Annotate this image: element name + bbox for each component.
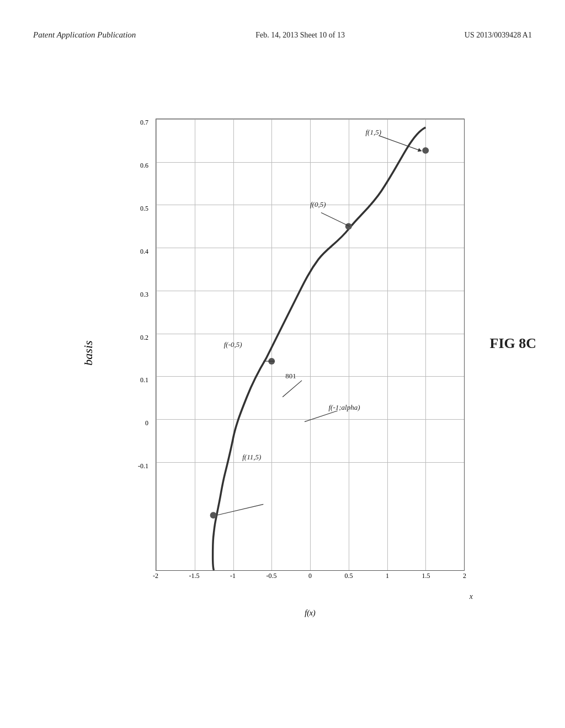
figure-label: FIG 8C bbox=[490, 335, 537, 352]
header-left: Patent Application Publication bbox=[33, 30, 136, 40]
label-fneg05: f(-0,5) bbox=[224, 340, 242, 349]
y-tick-07: 0.7 bbox=[140, 119, 148, 127]
y-tick-00: 0 bbox=[145, 419, 148, 427]
y-tick-neg01: -0.1 bbox=[138, 462, 148, 470]
y-tick-04: 0.4 bbox=[140, 248, 148, 256]
x-tick-0: 0 bbox=[308, 572, 312, 580]
header-right: US 2013/0039428 A1 bbox=[465, 31, 532, 40]
dot-f05 bbox=[345, 223, 352, 230]
grid-v-8 bbox=[464, 119, 465, 570]
y-tick-05: 0.5 bbox=[140, 205, 148, 213]
x-tick-neg2: -2 bbox=[153, 572, 158, 580]
y-tick-03: 0.3 bbox=[140, 291, 148, 299]
x-axis-ticks: -2 -1.5 -1 -0.5 0 0.5 1 1.5 2 bbox=[156, 572, 465, 587]
dot-fneg05 bbox=[268, 358, 275, 365]
grid-h-9 bbox=[156, 570, 464, 571]
dot-f15 bbox=[422, 147, 429, 154]
label-801: 801 bbox=[285, 372, 296, 381]
y-values-label: f(x) bbox=[156, 609, 465, 618]
label-f05: f(0,5) bbox=[310, 200, 326, 209]
header: Patent Application Publication Feb. 14, … bbox=[33, 30, 532, 40]
x-tick-neg05: -0.5 bbox=[266, 572, 277, 580]
x-tick-15: 1.5 bbox=[422, 572, 430, 580]
label-f115: f(11,5) bbox=[242, 453, 261, 462]
y-tick-06: 0.6 bbox=[140, 162, 148, 170]
y-tick-02: 0.2 bbox=[140, 334, 148, 342]
label-f-1-alpha: f(-1;alpha) bbox=[328, 403, 360, 412]
header-center: Feb. 14, 2013 Sheet 10 of 13 bbox=[255, 31, 345, 40]
chart-container: basis FIG 8C 0.7 0.6 0.5 0.4 0.3 0.2 0.1… bbox=[66, 88, 521, 618]
x-tick-neg15: -1.5 bbox=[189, 572, 200, 580]
y-axis-label: basis bbox=[81, 340, 95, 365]
page: Patent Application Publication Feb. 14, … bbox=[0, 0, 565, 728]
dot-f115 bbox=[210, 512, 217, 518]
x-tick-neg1: -1 bbox=[230, 572, 236, 580]
x-tick-05: 0.5 bbox=[345, 572, 353, 580]
y-tick-01: 0.1 bbox=[140, 376, 148, 384]
x-tick-1: 1 bbox=[386, 572, 389, 580]
x-tick-2: 2 bbox=[463, 572, 466, 580]
yx-label: f(x) bbox=[305, 609, 315, 617]
x-axis-var-label: x bbox=[470, 592, 473, 601]
chart-area: basis FIG 8C 0.7 0.6 0.5 0.4 0.3 0.2 0.1… bbox=[122, 119, 465, 587]
main-curve bbox=[213, 127, 426, 570]
label-f15: f(1,5) bbox=[365, 128, 381, 137]
chart-svg bbox=[156, 119, 464, 570]
plot-box: f(1,5) f(0,5) f(-0,5) f(11,5) 801 f(-1;a… bbox=[156, 119, 465, 571]
y-axis-ticks: 0.7 0.6 0.5 0.4 0.3 0.2 0.1 0 -0.1 bbox=[122, 119, 153, 571]
